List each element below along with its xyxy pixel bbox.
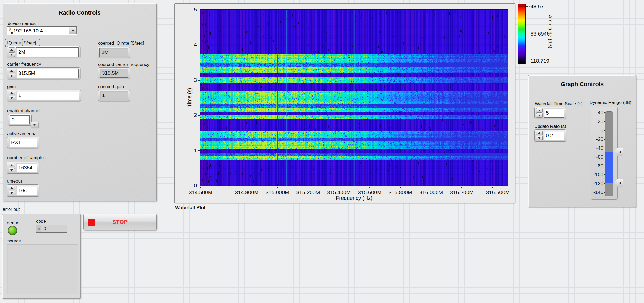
device-names-dropdown-button[interactable]: [69, 27, 77, 34]
triangle-down-icon: [10, 97, 13, 99]
gain-label: gain: [7, 84, 16, 89]
enabled-channel-control[interactable]: 0: [8, 114, 32, 126]
decrement-button[interactable]: [9, 52, 15, 57]
x-tick-mark: [200, 187, 201, 188]
x-tick-label: 315.200M: [296, 190, 320, 196]
slider-tick-label: -60: [587, 154, 603, 160]
decrement-button[interactable]: [9, 168, 15, 172]
slider-tick-label: -20: [587, 136, 603, 142]
increment-button[interactable]: [9, 47, 15, 52]
device-names-value: 192.168.10.4: [13, 28, 43, 34]
waterfall-time-scale-control[interactable]: 5: [534, 107, 566, 119]
active-antenna-label: active antenna: [7, 131, 37, 137]
enabled-channel-value[interactable]: 0: [10, 115, 30, 124]
error-out-label: error out: [3, 207, 20, 212]
active-antenna-control[interactable]: RX1: [7, 137, 39, 148]
number-of-samples-value[interactable]: 16384: [16, 163, 37, 172]
x-tick-mark: [247, 187, 247, 188]
decrement-button[interactable]: [536, 136, 543, 140]
decrement-button[interactable]: [9, 191, 15, 195]
colorbar-tick-mark: [526, 34, 528, 34]
waterfall-time-scale-label: Waterfall Time Scale (s): [535, 101, 583, 107]
slider-tick-label: -140: [587, 190, 603, 195]
gain-spin-buttons[interactable]: [9, 91, 15, 100]
coerced-iq-rate-value: 2M: [99, 48, 128, 57]
number-of-samples-spin-buttons[interactable]: [9, 163, 15, 172]
iq-rate-value[interactable]: 2M: [16, 47, 79, 57]
timeout-spin-buttons[interactable]: [9, 186, 15, 195]
x-tick-mark: [508, 187, 508, 188]
active-antenna-value[interactable]: RX1: [9, 138, 37, 147]
iq-rate-control[interactable]: 2M: [7, 46, 80, 58]
increment-button[interactable]: [536, 108, 543, 113]
chevron-down-icon: [71, 30, 74, 32]
triangle-up-icon: [10, 92, 13, 94]
error-code-value: 0: [41, 226, 46, 232]
radio-controls-panel: Radio Controls device names I⁄o 192.168.…: [3, 3, 157, 201]
x-tick-mark: [277, 187, 278, 188]
gain-value[interactable]: 1: [16, 91, 79, 100]
decrement-button[interactable]: [536, 113, 543, 118]
carrier-frequency-control[interactable]: 315.5M: [7, 67, 80, 79]
triangle-up-icon: [10, 49, 13, 50]
increment-button[interactable]: [9, 186, 15, 190]
x-tick-mark: [369, 187, 370, 188]
update-rate-value[interactable]: 0.2: [544, 131, 564, 140]
stop-button-label: STOP: [85, 219, 155, 225]
radio-panel-title: Radio Controls: [3, 9, 156, 16]
increment-button[interactable]: [9, 91, 15, 95]
triangle-up-icon: [538, 132, 541, 134]
error-status-label: status: [7, 220, 19, 225]
frequency-axis-label: Frequency (Hz): [328, 195, 381, 201]
triangle-down-icon: [10, 169, 13, 171]
x-tick-mark: [339, 187, 339, 188]
update-rate-control[interactable]: 0.2: [534, 129, 566, 142]
time-scale-spin-buttons[interactable]: [536, 108, 543, 118]
error-code-indicator: d 0: [36, 225, 67, 233]
y-tick-label: 0: [184, 183, 197, 189]
waterfall-plot-label: Waterfall Plot: [175, 205, 205, 211]
y-tick-label: 1: [184, 148, 197, 154]
x-tick-label: 315.000M: [266, 190, 289, 196]
amplitude-colorbar: [518, 4, 526, 64]
increment-button[interactable]: [9, 69, 15, 73]
y-tick-mark: [198, 150, 200, 151]
device-names-combo[interactable]: I⁄o 192.168.10.4: [7, 26, 77, 35]
error-out-cluster: status code d 0 source: [2, 214, 81, 299]
slider-tick-label: -120: [587, 181, 603, 187]
waterfall-time-scale-value[interactable]: 5: [544, 108, 564, 118]
slider-tick-label: 20: [587, 119, 603, 124]
triangle-left-icon: [619, 182, 621, 185]
enabled-channel-dropdown-button[interactable]: [31, 122, 38, 128]
x-tick-mark: [400, 187, 401, 188]
increment-button[interactable]: [9, 163, 15, 167]
radix-icon: d: [36, 225, 41, 232]
waterfall-plot-frame: [200, 9, 508, 186]
graph-controls-panel: Graph Controls Waterfall Time Scale (s) …: [528, 75, 636, 207]
x-tick-label: 314.800M: [235, 190, 259, 196]
timeout-value[interactable]: 10s: [16, 186, 37, 195]
enabled-channel-label: enabled channel: [7, 108, 40, 113]
triangle-down-icon: [10, 75, 13, 77]
slider-tick-label: 0: [587, 128, 603, 133]
dynamic-range-track[interactable]: [605, 111, 613, 196]
number-of-samples-control[interactable]: 16384: [7, 162, 39, 174]
stop-square-icon: [88, 219, 95, 226]
triangle-up-icon: [10, 164, 13, 166]
increment-button[interactable]: [536, 131, 543, 135]
triangle-up-icon: [10, 187, 13, 189]
iq-rate-spin-buttons[interactable]: [9, 47, 15, 57]
carrier-frequency-value[interactable]: 315.5M: [16, 69, 79, 78]
update-rate-spin-buttons[interactable]: [536, 131, 543, 140]
x-tick-mark: [461, 187, 462, 188]
io-datatype-icon: I⁄o: [9, 27, 13, 34]
carrier-frequency-spin-buttons[interactable]: [9, 69, 15, 78]
coerced-gain-indicator: 1: [98, 90, 130, 101]
decrement-button[interactable]: [9, 74, 15, 78]
timeout-control[interactable]: 10s: [7, 184, 39, 197]
decrement-button[interactable]: [9, 96, 15, 100]
coerced-carrier-frequency-value: 315.5M: [100, 69, 128, 78]
colorbar-tick-label: -83.6946: [529, 31, 550, 37]
gain-control[interactable]: 1: [7, 90, 81, 101]
stop-button[interactable]: STOP: [83, 214, 157, 230]
